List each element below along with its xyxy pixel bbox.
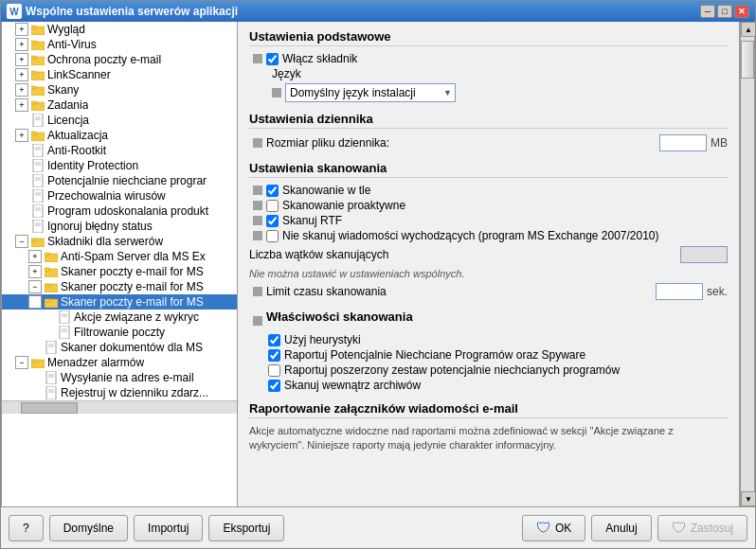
extended-pup-checkbox[interactable]: [268, 364, 280, 377]
tree-item-licencja[interactable]: Licencja: [2, 113, 237, 128]
defaults-button[interactable]: Domyślne: [49, 515, 128, 541]
language-label-row: Język: [272, 67, 728, 80]
tree-item-skaner-dok[interactable]: Skaner dokumentów dla MS: [2, 340, 237, 355]
tree-icon-skaner3: [44, 295, 59, 309]
apply-button[interactable]: 🛡 Zastosuj: [657, 515, 747, 541]
maximize-button[interactable]: □: [717, 5, 732, 18]
expand-btn-antivirus[interactable]: +: [15, 38, 28, 51]
scan-outgoing-label: Nie skanuj wiadomości wychodzących (prog…: [282, 229, 659, 242]
tree-item-rejestruj[interactable]: Rejestruj w dzienniku zdarz...: [2, 385, 237, 400]
svg-rect-23: [33, 174, 43, 187]
tree-label-antispam: Anti-Spam Server dla MS Ex: [61, 250, 206, 263]
scroll-down-button[interactable]: ▼: [741, 491, 755, 506]
tree-icon-akcje: [57, 310, 72, 324]
settings-panel: Ustawienia podstawowe Włącz składnik Jęz…: [238, 22, 740, 506]
tree-panel[interactable]: +Wygląd+Anti-Virus+Ochrona poczty e-mail…: [1, 22, 238, 506]
svg-rect-48: [60, 326, 69, 339]
tree-item-zadania[interactable]: +Zadania: [2, 97, 237, 113]
tree-item-program[interactable]: Program udoskonalania produkt: [2, 204, 237, 219]
bottom-toolbar: ? Domyślne Importuj Eksportuj 🛡 OK Anulu…: [1, 506, 755, 548]
import-button[interactable]: Importuj: [134, 515, 203, 541]
svg-rect-16: [31, 132, 36, 134]
tree-item-wyglad[interactable]: +Wygląd: [2, 22, 237, 37]
tree-item-akcje[interactable]: Akcje związane z wykryc: [2, 310, 237, 325]
scan-threads-label: Liczba wątków skanujących: [249, 248, 680, 261]
scan-proactive-checkbox[interactable]: [266, 200, 279, 212]
scan-archives-checkbox[interactable]: [268, 380, 280, 392]
tree-icon-program: [30, 204, 45, 218]
tree-item-potencjalnie[interactable]: Potencjalnie niechciane prograr: [2, 173, 237, 188]
scan-rtf-checkbox[interactable]: [266, 215, 279, 227]
app-icon: W: [7, 4, 22, 19]
heuristic-checkbox[interactable]: [268, 334, 280, 346]
language-dropdown-wrapper[interactable]: Domyślny język instalacji: [285, 83, 456, 102]
svg-rect-32: [33, 220, 43, 233]
tree-item-identity[interactable]: Identity Protection: [2, 158, 237, 173]
tree-icon-menadzer: [30, 356, 45, 369]
tree-item-skany[interactable]: +Skany: [2, 82, 237, 97]
help-button[interactable]: ?: [9, 515, 44, 541]
tree-item-skaner1[interactable]: +Skaner poczty e-mail for MS: [2, 264, 237, 279]
expand-btn-menadzer[interactable]: −: [15, 356, 28, 369]
window-title: Wspólne ustawienia serwerów aplikacji: [26, 5, 700, 18]
scan-background-checkbox[interactable]: [266, 185, 279, 197]
svg-rect-40: [45, 268, 49, 271]
cancel-button[interactable]: Anuluj: [591, 515, 651, 541]
tree-item-skaner3[interactable]: −Skaner poczty e-mail for MS: [2, 294, 237, 310]
tree-item-antivirus[interactable]: +Anti-Virus: [2, 37, 237, 52]
tree-icon-licencja: [30, 114, 45, 127]
scan-outgoing-row: Nie skanuj wiadomości wychodzących (prog…: [249, 229, 728, 242]
vertical-scrollbar[interactable]: ▲ ▼: [740, 22, 755, 506]
expand-btn-linkscanner[interactable]: +: [15, 68, 28, 81]
expand-btn-aktualizacja[interactable]: +: [15, 129, 28, 142]
tree-item-przechowalnia[interactable]: Przechowalnia wirusów: [2, 188, 237, 204]
log-unit: MB: [711, 136, 728, 150]
expand-btn-antispam[interactable]: +: [28, 250, 42, 263]
tree-item-linkscanner[interactable]: +LinkScanner: [2, 67, 237, 82]
tree-item-ignoruj[interactable]: Ignoruj błędny status: [2, 219, 237, 234]
scan-time-unit: sek.: [707, 285, 728, 298]
pup-checkbox[interactable]: [268, 349, 280, 362]
expand-btn-skaner3[interactable]: −: [28, 295, 42, 309]
svg-rect-55: [31, 360, 37, 363]
minimize-button[interactable]: ─: [700, 5, 715, 18]
tree-label-wyglad: Wygląd: [47, 23, 85, 36]
tree-label-skladniki: Składniki dla serwerów: [47, 235, 163, 248]
ok-button[interactable]: 🛡 OK: [522, 515, 585, 541]
expand-btn-skladniki[interactable]: −: [15, 235, 28, 248]
scan-settings-section: Ustawienia skanowania Skanowanie w tle S…: [249, 161, 728, 300]
expand-btn-wyglad[interactable]: +: [15, 23, 28, 36]
svg-rect-9: [31, 86, 36, 89]
scan-time-input[interactable]: 180: [656, 283, 703, 300]
tree-item-wysylanie[interactable]: Wysyłanie na adres e-mail: [2, 370, 237, 385]
scroll-up-button[interactable]: ▲: [741, 22, 755, 37]
tree-icon-filtrowanie: [57, 326, 72, 339]
close-button[interactable]: ✕: [734, 5, 749, 18]
expand-btn-zadania[interactable]: +: [15, 98, 28, 112]
tree-item-antirootkit[interactable]: Anti-Rootkit: [2, 143, 237, 158]
tree-icon-skladniki: [30, 235, 45, 248]
enable-component-checkbox[interactable]: [266, 53, 279, 65]
horizontal-scrollbar[interactable]: [2, 400, 237, 414]
language-select[interactable]: Domyślny język instalacji: [285, 83, 456, 102]
log-size-input[interactable]: 100: [659, 134, 707, 151]
expand-btn-skaner2[interactable]: −: [28, 280, 42, 293]
export-button[interactable]: Eksportuj: [208, 515, 284, 541]
tree-label-skaner1: Skaner poczty e-mail for MS: [61, 265, 204, 278]
tree-item-skladniki[interactable]: −Składniki dla serwerów: [2, 234, 237, 249]
tree-item-menadzer[interactable]: −Menadzer alarmów: [2, 355, 237, 370]
expand-btn-skany[interactable]: +: [15, 83, 28, 97]
heuristic-row: Użyj heurystyki: [249, 333, 728, 346]
tree-item-skaner2[interactable]: −Skaner poczty e-mail for MS: [2, 279, 237, 294]
expand-btn-ochrona[interactable]: +: [15, 53, 28, 66]
tree-item-aktualizacja[interactable]: +Aktualizacja: [2, 128, 237, 143]
expand-btn-skaner1[interactable]: +: [28, 265, 42, 278]
svg-rect-51: [46, 341, 56, 354]
scan-outgoing-checkbox[interactable]: [266, 230, 279, 242]
tree-item-antispam[interactable]: +Anti-Spam Server dla MS Ex: [2, 249, 237, 264]
ok-label: OK: [555, 522, 571, 535]
tree-item-ochrona[interactable]: +Ochrona poczty e-mail: [2, 52, 237, 67]
tree-item-filtrowanie[interactable]: Filtrowanie poczty: [2, 325, 237, 340]
svg-rect-7: [31, 71, 36, 74]
svg-rect-11: [31, 101, 36, 104]
